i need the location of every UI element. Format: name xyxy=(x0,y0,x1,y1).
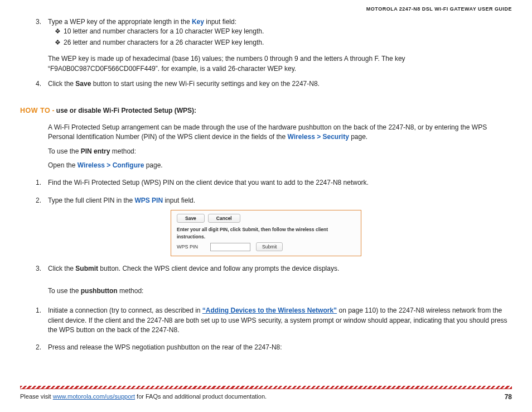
wps-pin-screenshot: Save Cancel Enter your all digit PIN, cl… xyxy=(171,210,361,256)
screenshot-instruction: Enter your all digit PIN, click Submit, … xyxy=(177,226,355,240)
body-text: Click the xyxy=(48,80,75,88)
body-text: input field: xyxy=(204,18,236,26)
step-number: 1. xyxy=(36,178,48,188)
howto-heading: HOW TO - use or disable Wi-Fi Protected … xyxy=(20,106,512,116)
bullet-icon: ❖ xyxy=(55,38,64,47)
body-text: A Wi-Fi Protected Setup arrangement can … xyxy=(48,123,487,141)
step-3: 3. Type a WEP key of the appropriate len… xyxy=(36,17,512,49)
footer-text: Please visit xyxy=(20,393,53,400)
body-text: Press and release the WPS negotiation pu… xyxy=(48,343,512,352)
bullet-icon: ❖ xyxy=(55,27,64,36)
submit-button[interactable]: Submit xyxy=(256,242,283,251)
body-text: Find the Wi-Fi Protected Setup (WPS) PIN… xyxy=(48,178,512,188)
body-text: method: xyxy=(118,287,144,295)
pin-entry-label: PIN entry xyxy=(81,147,110,155)
body-text: Type the full client PIN in the xyxy=(48,197,134,204)
body-text: Open the xyxy=(48,161,78,169)
save-label: Save xyxy=(75,80,91,88)
page-number: 78 xyxy=(505,392,512,402)
push-step-1: 1. Initiate a connection (try to connect… xyxy=(36,306,512,335)
body-text: method: xyxy=(110,147,136,155)
save-button[interactable]: Save xyxy=(177,214,205,223)
body-text: input field. xyxy=(163,197,195,204)
step-number: 3. xyxy=(36,264,48,274)
support-link[interactable]: www.motorola.com/us/support xyxy=(53,393,135,400)
pin-step-2: 2. Type the full client PIN in the WPS P… xyxy=(36,196,512,205)
wps-pin-input[interactable] xyxy=(210,243,250,251)
body-text: button to start using the new Wi-Fi secu… xyxy=(91,80,320,88)
step-number: 1. xyxy=(36,306,48,335)
wep-explanation: The WEP key is made up of hexadecimal (b… xyxy=(48,54,512,74)
wireless-configure-link: Wireless > Configure xyxy=(78,161,144,169)
page-footer: Please visit www.motorola.com/us/support… xyxy=(20,386,512,402)
body-text: To use the xyxy=(48,287,81,295)
footer-text: for FAQs and additional product document… xyxy=(135,393,267,400)
wps-pin-label: WPS PIN xyxy=(134,197,163,204)
push-step-2: 2. Press and release the WPS negotiation… xyxy=(36,343,512,352)
step-number: 2. xyxy=(36,196,48,205)
bullet-text: 26 letter and number characters for a 26… xyxy=(64,38,264,47)
adding-devices-link[interactable]: “Adding Devices to the Wireless Network” xyxy=(202,306,337,314)
body-text: page. xyxy=(144,161,162,169)
pin-step-1: 1. Find the Wi-Fi Protected Setup (WPS) … xyxy=(36,178,512,188)
pushbutton-label: pushbutton xyxy=(81,287,118,295)
key-field-label: Key xyxy=(192,18,204,26)
bullet-text: 10 letter and number characters for a 10… xyxy=(64,27,264,36)
cancel-button[interactable]: Cancel xyxy=(208,214,240,223)
step-number: 4. xyxy=(36,79,48,89)
body-text: button. Check the WPS client device and … xyxy=(98,265,339,272)
howto-label: HOW TO xyxy=(20,107,50,114)
doc-header: MOTOROLA 2247-N8 DSL WI-FI GATEWAY USER … xyxy=(20,6,512,13)
footer-stripe xyxy=(20,386,512,389)
howto-dash: - xyxy=(50,107,56,114)
wireless-security-link: Wireless > Security xyxy=(288,133,349,141)
body-text: Click the xyxy=(48,265,75,272)
body-text: Initiate a connection (try to connect, a… xyxy=(48,306,202,314)
body-text: To use the xyxy=(48,147,81,155)
body-text: Type a WEP key of the appropriate length… xyxy=(48,18,192,26)
howto-topic: use or disable Wi-Fi Protected Setup (WP… xyxy=(56,107,196,114)
submit-label: Submit xyxy=(75,265,98,272)
step-number: 3. xyxy=(36,17,48,49)
wps-pin-field-label: WPS PIN xyxy=(177,243,205,251)
pin-step-3: 3. Click the Submit button. Check the WP… xyxy=(36,264,512,274)
step-number: 2. xyxy=(36,343,48,352)
step-4: 4. Click the Save button to start using … xyxy=(36,79,512,89)
body-text: page. xyxy=(349,133,367,141)
